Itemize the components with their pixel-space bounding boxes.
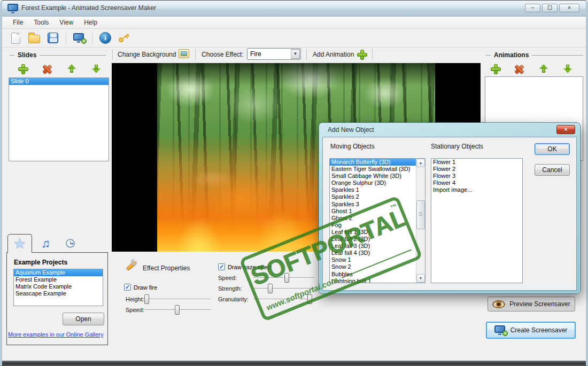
haze-speed-label: Speed:: [218, 275, 237, 281]
dialog-close-button[interactable]: ×: [556, 125, 575, 134]
tab-music[interactable]: ♫: [33, 234, 58, 253]
checkbox-check-icon: ✓: [124, 284, 131, 291]
moving-object-item[interactable]: Sparkles 2: [330, 193, 416, 200]
clock-icon: [66, 239, 75, 248]
moving-object-item[interactable]: Eastern Tiger Swallowtail (3D): [330, 166, 416, 173]
menu-item[interactable]: View: [54, 17, 79, 28]
minimize-button[interactable]: –: [525, 4, 540, 12]
open-project-button[interactable]: [27, 31, 41, 45]
slider-thumb[interactable]: [307, 294, 312, 304]
window-title: Forest Example - Animated Screensaver Ma…: [21, 4, 156, 12]
slider-thumb[interactable]: [144, 294, 149, 304]
slider-thumb[interactable]: [268, 284, 273, 293]
moving-object-item[interactable]: Leaf fall 4 (3D): [330, 250, 416, 256]
eye-icon: [492, 300, 505, 308]
fire-speed-slider[interactable]: [144, 305, 211, 315]
animation-add-button[interactable]: [489, 63, 501, 74]
add-animation-button[interactable]: Add Animation: [313, 51, 354, 58]
draw-haze-checkbox[interactable]: ✓ Draw haze effect: [218, 263, 272, 270]
add-animation-plus-icon[interactable]: [357, 50, 366, 59]
picture-icon[interactable]: [179, 49, 189, 58]
example-project-item[interactable]: Aquarium Example: [14, 269, 103, 276]
menu-item[interactable]: File: [7, 17, 28, 28]
slide-move-up-button[interactable]: [65, 63, 78, 74]
stationary-object-item[interactable]: Flower 2: [431, 166, 522, 173]
save-project-button[interactable]: [46, 31, 60, 45]
moving-object-item[interactable]: Sparkles 1: [330, 186, 416, 193]
choose-effect-dropdown[interactable]: Fire ▼: [247, 48, 301, 60]
open-example-button[interactable]: Open: [63, 313, 104, 325]
wrench-icon: [124, 259, 138, 275]
moving-object-item[interactable]: Fog: [330, 222, 416, 229]
open-folder-icon: [28, 35, 40, 43]
slide-delete-button[interactable]: [41, 63, 53, 74]
cancel-button[interactable]: Cancel: [535, 164, 570, 176]
moving-object-item[interactable]: Leaf fall 1 (3D): [330, 229, 416, 236]
register-button[interactable]: [117, 31, 131, 45]
slide-list-item[interactable]: Slide 0: [9, 78, 109, 85]
animation-delete-button[interactable]: [513, 63, 525, 74]
menu-item[interactable]: Help: [79, 17, 103, 28]
menu-item[interactable]: Tools: [28, 17, 54, 28]
new-project-button[interactable]: [9, 31, 22, 45]
draw-fire-label: Draw fire: [134, 284, 157, 291]
preview-screensaver-button[interactable]: Preview Screensaver: [488, 297, 575, 312]
animation-move-up-button[interactable]: [537, 63, 550, 74]
tab-timing[interactable]: [58, 234, 82, 253]
slide-add-button[interactable]: [16, 63, 29, 74]
moving-object-item[interactable]: Lightning bolt 1: [330, 278, 416, 283]
moving-object-item[interactable]: Bubbles: [330, 271, 416, 278]
music-note-icon: ♫: [41, 237, 50, 250]
scrollbar-thumb[interactable]: [416, 200, 425, 229]
build-screensaver-button[interactable]: [72, 31, 86, 45]
draw-fire-checkbox[interactable]: ✓ Draw fire: [124, 284, 157, 291]
window-controls: – ☐ ×: [525, 4, 579, 12]
haze-strength-slider[interactable]: [253, 284, 314, 293]
moving-object-item[interactable]: Orange Sulphur (3D): [330, 180, 416, 186]
stationary-object-item[interactable]: Import image...: [431, 186, 522, 193]
moving-object-item[interactable]: Ghost 2: [330, 215, 416, 222]
moving-object-item[interactable]: Monarch Butterfly (3D): [330, 159, 416, 166]
scroll-up-icon[interactable]: ▲: [416, 159, 425, 167]
example-projects-panel: Example Projects Aquarium ExampleForest …: [6, 252, 108, 345]
online-gallery-link[interactable]: More examples in our Online Gallery: [8, 331, 104, 338]
fire-height-slider[interactable]: [144, 294, 211, 304]
example-project-item[interactable]: Forest Example: [14, 276, 103, 283]
about-button[interactable]: i: [98, 31, 112, 45]
plus-icon: [18, 64, 27, 73]
moving-object-item[interactable]: Leaf fall 2 (3D): [330, 236, 416, 243]
moving-object-item[interactable]: Small Cabbage White (3D): [330, 173, 416, 180]
moving-object-item[interactable]: Snow 1: [330, 256, 416, 263]
slides-list: Slide 0: [9, 77, 109, 161]
change-background-button[interactable]: Change Background: [118, 51, 176, 58]
moving-objects-scrollbar[interactable]: ▲ ▼: [416, 159, 425, 283]
haze-granularity-slider[interactable]: [253, 294, 314, 304]
title-bar: Forest Example - Animated Screensaver Ma…: [2, 1, 586, 17]
slider-thumb[interactable]: [175, 305, 180, 315]
create-button-label: Create Screensaver: [510, 326, 568, 334]
moving-object-item[interactable]: Sparkles 3: [330, 201, 416, 208]
moving-object-item[interactable]: Snow 2: [330, 263, 416, 270]
maximize-button[interactable]: ☐: [542, 4, 558, 12]
example-projects-list: Aquarium ExampleForest ExampleMatrix Cod…: [13, 269, 103, 306]
moving-objects-label: Moving Objects: [330, 143, 375, 150]
create-screensaver-button[interactable]: Create Screensaver: [486, 322, 576, 339]
arrow-down-icon: [563, 64, 572, 73]
example-project-item[interactable]: Seascape Example: [14, 290, 103, 297]
moving-object-item[interactable]: Leaf fall 3 (3D): [330, 243, 416, 250]
close-button[interactable]: ×: [559, 4, 579, 12]
haze-speed-slider[interactable]: [253, 273, 314, 283]
tab-examples[interactable]: ★: [7, 234, 32, 253]
ok-button[interactable]: OK: [535, 143, 570, 155]
scroll-down-icon[interactable]: ▼: [416, 274, 425, 283]
draw-haze-label: Draw haze effect: [228, 264, 272, 270]
stationary-object-item[interactable]: Flower 4: [431, 180, 522, 186]
stationary-object-item[interactable]: Flower 3: [431, 173, 522, 180]
moving-object-item[interactable]: Ghost 1: [330, 208, 416, 215]
animation-move-down-button[interactable]: [561, 63, 574, 74]
slider-thumb[interactable]: [284, 273, 289, 283]
slide-move-down-button[interactable]: [90, 63, 103, 74]
slides-toolbar: [16, 63, 103, 74]
stationary-object-item[interactable]: Flower 1: [431, 159, 522, 166]
example-project-item[interactable]: Matrix Code Example: [14, 283, 103, 290]
